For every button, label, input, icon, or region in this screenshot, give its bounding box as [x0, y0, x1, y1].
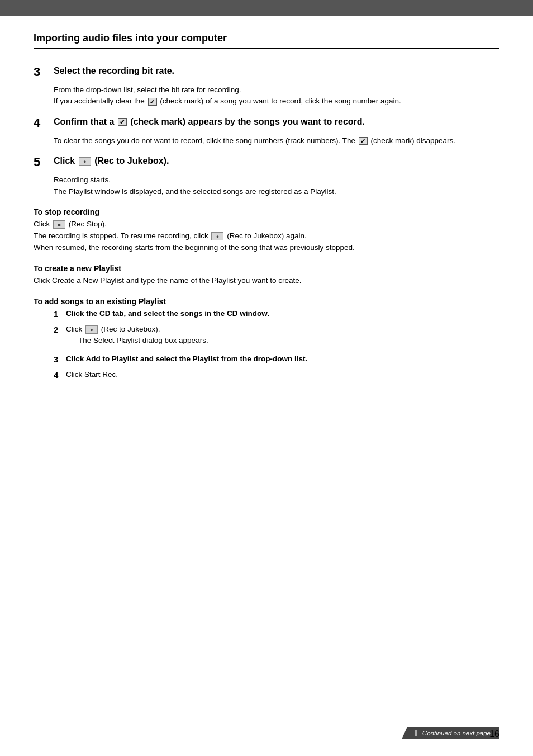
stop-recording-line-2: The recording is stopped. To resume reco… — [34, 230, 499, 242]
list-item-2: 2 Click (Rec to Jukebox). The Select Pla… — [54, 324, 499, 350]
list-item-2-num: 2 — [54, 324, 66, 337]
add-songs-heading: To add songs to an existing Playlist — [34, 297, 499, 306]
stop-recording-line-1: Click ■ (Rec Stop). — [34, 219, 499, 230]
list-item-1-text: Click the CD tab, and select the songs i… — [66, 308, 499, 319]
step-3-number: 3 — [34, 65, 54, 79]
list-item-4: 4 Click Start Rec. — [54, 369, 499, 382]
stop-recording-heading: To stop recording — [34, 207, 499, 216]
list-item-2-sub: The Select Playlist dialog box appears. — [78, 335, 208, 346]
checkmark-icon-2: ✔ — [118, 118, 127, 126]
list-item-3-text: Click Add to Playlist and select the Pla… — [66, 353, 499, 365]
create-playlist-line-1: Click Create a New Playlist and type the… — [34, 275, 499, 287]
add-songs-list: 1 Click the CD tab, and select the songs… — [54, 308, 499, 382]
checkmark-icon-1: ✔ — [148, 98, 157, 106]
step-3-heading: Select the recording bit rate. — [54, 65, 174, 77]
page-content: Importing audio files into your computer… — [0, 16, 533, 430]
continued-text: Continued on next page — [422, 730, 491, 736]
list-item-3: 3 Click Add to Playlist and select the P… — [54, 353, 499, 366]
rec-jukebox-icon-2 — [211, 232, 223, 240]
bar-icon — [415, 730, 417, 736]
rec-stop-icon: ■ — [53, 220, 65, 229]
list-item-4-num: 4 — [54, 369, 66, 382]
list-item-1-num: 1 — [54, 308, 66, 321]
stop-recording-content: Click ■ (Rec Stop). The recording is sto… — [34, 219, 499, 254]
step-4-desc: To clear the songs you do not want to re… — [54, 135, 499, 147]
step-3-desc-1: From the drop-down list, select the bit … — [54, 84, 499, 96]
step-5-block: 5 Click (Rec to Jukebox). — [34, 155, 499, 169]
step-4-block: 4 Confirm that a ✔ (check mark) appears … — [34, 116, 499, 130]
top-bar — [0, 0, 533, 16]
step-5-desc-1: Recording starts. — [54, 174, 499, 186]
step-3-desc-2: If you accidentally clear the ✔ (check m… — [54, 96, 499, 107]
step-4-heading: Confirm that a ✔ (check mark) appears by… — [54, 116, 365, 128]
list-item-3-num: 3 — [54, 353, 66, 366]
list-item-1: 1 Click the CD tab, and select the songs… — [54, 308, 499, 321]
step-4-number: 4 — [34, 116, 54, 130]
page-title: Importing audio files into your computer — [34, 32, 499, 49]
stop-recording-line-3: When resumed, the recording starts from … — [34, 242, 499, 254]
list-item-2-text: Click (Rec to Jukebox). — [66, 324, 208, 335]
step-5-desc: Recording starts. The Playlist window is… — [54, 174, 499, 197]
step-4-desc-1: To clear the songs you do not want to re… — [54, 135, 499, 147]
page-footer: Continued on next page — [0, 727, 533, 739]
create-playlist-content: Click Create a New Playlist and type the… — [34, 275, 499, 287]
list-item-4-text: Click Start Rec. — [66, 369, 499, 380]
step-3-block: 3 Select the recording bit rate. — [34, 65, 499, 79]
checkmark-icon-3: ✔ — [359, 137, 368, 145]
continued-banner: Continued on next page — [402, 727, 499, 739]
create-playlist-heading: To create a new Playlist — [34, 264, 499, 273]
step-3-desc: From the drop-down list, select the bit … — [54, 84, 499, 107]
rec-jukebox-icon-1 — [79, 157, 91, 166]
step-5-desc-2: The Playlist window is displayed, and th… — [54, 186, 499, 197]
rec-jukebox-icon-3 — [85, 325, 98, 334]
page-number: 16 — [489, 729, 499, 739]
step-5-number: 5 — [34, 155, 54, 169]
step-5-heading: Click (Rec to Jukebox). — [54, 155, 169, 167]
